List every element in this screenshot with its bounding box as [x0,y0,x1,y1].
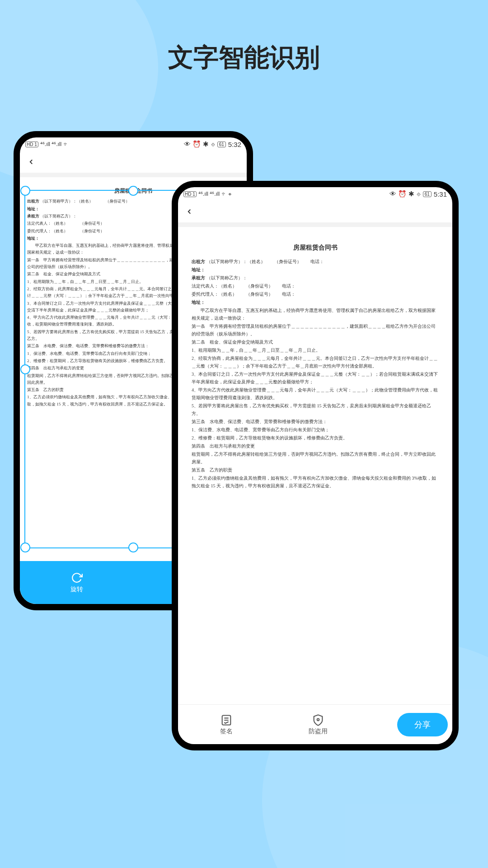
wifi-icon: ᯤ [63,141,69,147]
share-label: 分享 [414,720,431,729]
rotate-icon [71,572,83,584]
hd-badge: HD 1 [183,191,197,197]
phone-mockup-result: HD 1 ⁴⁶.ıll ⁴⁶.ıll ᯤ ⊕ 👁 ⏰ ✱ ⟐ 61 5:31 房… [172,181,459,750]
app-header [178,201,452,222]
signal-icon: ⁴⁶.ıll ⁴⁶.ıll [198,191,220,197]
signature-icon [220,714,233,726]
wifi-icon: ᯤ ⊕ [221,191,231,197]
doc-title: 房屋租赁合同书 [192,242,439,253]
crop-handle-bc[interactable] [128,542,138,552]
bottom-toolbar: 签名 防盗用 分享 [178,704,452,744]
svg-point-3 [317,718,319,721]
signal-icon: ⁴⁶.ıll ⁴⁶.ıll [40,141,61,147]
status-icons: 👁 ⏰ ✱ ⟐ [389,190,421,198]
status-icons: 👁 ⏰ ✱ ⟐ [184,140,215,148]
document-result: 房屋租赁合同书 出租方 （以下简称甲方）：（姓名） （身份证号） 电话： 地址：… [178,227,452,704]
crop-handle-lc[interactable] [20,364,30,374]
crop-handle-bl[interactable] [20,542,30,552]
hd-badge: HD 1 [25,142,38,147]
anti-theft-label: 防盗用 [309,727,328,736]
crop-handle-tc[interactable] [128,186,138,196]
rotate-label: 旋转 [70,585,83,594]
sign-label: 签名 [220,727,233,736]
page-title: 文字智能识别 [0,41,488,75]
battery-icon: 61 [217,142,226,147]
back-button[interactable] [183,205,196,218]
battery-icon: 61 [423,191,432,197]
anti-theft-button[interactable]: 防盗用 [274,714,361,736]
back-button[interactable] [24,155,38,169]
status-time: 5:32 [228,141,241,148]
share-button[interactable]: 分享 [397,713,448,736]
chevron-left-icon [185,208,193,216]
status-time: 5:31 [434,190,447,198]
shield-icon [312,714,324,726]
crop-handle-tl[interactable] [20,186,30,196]
status-bar: HD 1 ⁴⁶.ıll ⁴⁶.ıll ᯤ 👁 ⏰ ✱ ⟐ 61 5:32 [20,137,247,151]
sign-button[interactable]: 签名 [183,714,270,736]
app-header [20,151,247,173]
chevron-left-icon [27,158,35,166]
status-bar: HD 1 ⁴⁶.ıll ⁴⁶.ıll ᯤ ⊕ 👁 ⏰ ✱ ⟐ 61 5:31 [178,187,452,201]
rotate-button[interactable]: 旋转 [70,572,83,594]
